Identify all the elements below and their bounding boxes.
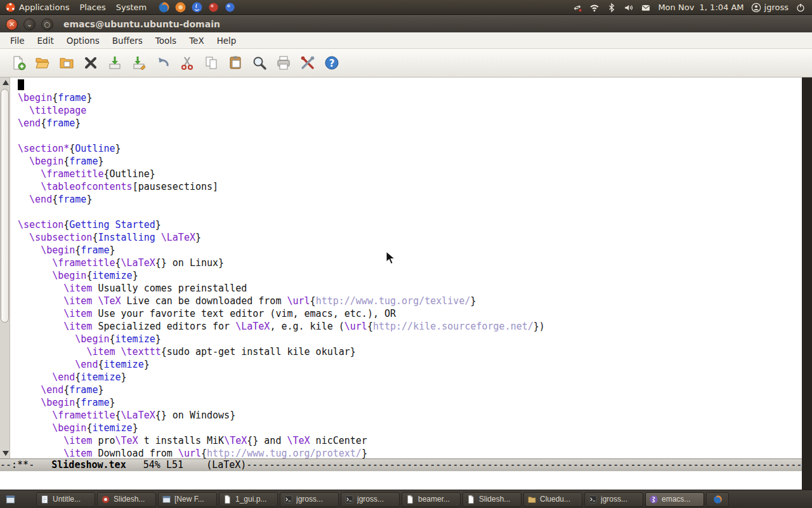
scrollbar-up-arrow[interactable] xyxy=(3,80,9,85)
window-icon xyxy=(162,495,171,504)
code-line: \item Usually comes preinstalled xyxy=(18,282,802,295)
open-folder-button[interactable] xyxy=(32,52,53,74)
search-button[interactable] xyxy=(249,52,270,74)
taskbar-item[interactable]: 1_gui.p... xyxy=(219,492,278,507)
paste-icon xyxy=(228,55,243,70)
taskbar-item[interactable]: Untitle... xyxy=(36,492,95,507)
close-buffer-icon xyxy=(83,55,98,70)
distributor-logo-icon xyxy=(5,2,16,13)
network-icon[interactable] xyxy=(572,3,582,13)
close-button[interactable]: ✕ xyxy=(6,18,18,30)
taskbar-item[interactable]: emacs... xyxy=(645,492,704,507)
code-line: \item Specialized editors for \LaTeX, e.… xyxy=(18,320,802,333)
cut-button[interactable] xyxy=(176,52,197,74)
show-desktop-button[interactable] xyxy=(3,492,18,507)
taskbar-item-label: Cluedu... xyxy=(540,495,570,504)
taskbar-item[interactable]: jgross... xyxy=(341,492,400,507)
page-icon xyxy=(405,495,415,504)
user-menu[interactable]: jgross xyxy=(751,3,789,13)
software-center-icon[interactable] xyxy=(174,1,187,13)
taskbar: Untitle...Slidesh...[New F...1_gui.p...j… xyxy=(0,490,812,508)
paste-button[interactable] xyxy=(225,52,246,74)
power-icon[interactable] xyxy=(796,3,806,13)
taskbar-item-firefox[interactable] xyxy=(706,492,729,507)
wifi-icon[interactable] xyxy=(589,3,599,13)
menu-buffers[interactable]: Buffers xyxy=(106,34,149,48)
code-line: \begin{frame} xyxy=(18,91,802,104)
code-line: \section*{Outline} xyxy=(18,142,802,155)
places-menu-label: Places xyxy=(79,3,105,12)
code-line: \end{frame} xyxy=(18,117,802,130)
svg-text:?: ? xyxy=(329,58,334,69)
taskbar-item[interactable]: Slidesh... xyxy=(462,492,521,507)
window-list: Untitle...Slidesh...[New F...1_gui.p...j… xyxy=(36,492,704,507)
terminal-icon xyxy=(588,495,598,504)
modeline-filename: Slideshow.tex xyxy=(51,459,126,471)
volume-icon[interactable] xyxy=(624,3,634,13)
modeline[interactable]: --:**- Slideshow.tex 54% L51 (LaTeX)----… xyxy=(0,458,802,471)
clock-applet[interactable]: Mon Nov 1, 1:04 AM xyxy=(658,3,743,12)
taskbar-item[interactable]: [New F... xyxy=(158,492,217,507)
code-line: \item pro\TeX t installs MiK\TeX{} and \… xyxy=(18,434,802,447)
panel-launchers xyxy=(158,1,236,13)
window-titlebar[interactable]: ✕ ⌄ ○ emacs@ubuntu.ubuntu-domain xyxy=(0,15,812,32)
places-menu[interactable]: Places xyxy=(74,0,110,15)
menu-tex[interactable]: TeX xyxy=(183,34,211,48)
taskbar-item[interactable]: Slidesh... xyxy=(97,492,156,507)
new-file-button[interactable] xyxy=(8,52,29,74)
menu-file[interactable]: File xyxy=(4,34,31,48)
code-line: \item \TeX Live can be downloaded from \… xyxy=(18,295,802,307)
search-icon xyxy=(252,55,267,70)
taskbar-item[interactable]: Cluedu... xyxy=(523,492,582,507)
code-line xyxy=(18,79,802,91)
java-icon[interactable] xyxy=(191,1,203,13)
maximize-button[interactable]: ○ xyxy=(41,18,53,30)
save-as-button[interactable] xyxy=(128,52,149,74)
terminal-icon xyxy=(344,495,354,504)
echo-area[interactable] xyxy=(0,471,802,490)
taskbar-item[interactable]: jgross... xyxy=(280,492,339,507)
code-line: \section{Getting Started} xyxy=(18,218,802,231)
scrollbar-down-arrow[interactable] xyxy=(3,451,9,456)
code-line: \begin{itemize} xyxy=(18,422,802,434)
mail-icon[interactable] xyxy=(641,3,651,13)
app-blue-icon[interactable] xyxy=(224,1,236,13)
save-button[interactable] xyxy=(104,52,125,74)
menu-help[interactable]: Help xyxy=(211,34,243,48)
menu-edit[interactable]: Edit xyxy=(31,34,60,48)
system-menu[interactable]: System xyxy=(111,0,152,15)
undo-icon xyxy=(155,55,171,70)
editor-frame: \begin{frame} \titlepage\end{frame}\sect… xyxy=(0,77,802,458)
taskbar-item[interactable]: beamer... xyxy=(402,492,461,507)
code-line: \frametitle{\LaTeX{} on Linux} xyxy=(18,257,802,269)
menu-options[interactable]: Options xyxy=(60,34,106,48)
modeline-major-mode: (LaTeX) xyxy=(206,459,246,471)
window-right-edge xyxy=(802,77,812,490)
preferences-button[interactable] xyxy=(297,52,318,74)
code-line: \frametitle{\LaTeX{} on Windows} xyxy=(18,409,802,422)
taskbar-item-label: jgross... xyxy=(357,495,384,504)
print-button[interactable] xyxy=(273,52,294,74)
minimize-button[interactable]: ⌄ xyxy=(23,18,36,30)
bluetooth-icon[interactable] xyxy=(606,3,617,13)
code-line: \begin{frame} xyxy=(18,155,802,168)
scrollbar-thumb[interactable] xyxy=(1,89,9,323)
pdf-icon xyxy=(101,495,110,504)
save-as-icon xyxy=(131,55,147,70)
dired-folder-button[interactable] xyxy=(56,52,77,74)
help-button[interactable]: ? xyxy=(321,52,342,74)
vertical-scrollbar[interactable] xyxy=(0,77,10,458)
close-buffer-button[interactable] xyxy=(80,52,101,74)
undo-button[interactable] xyxy=(152,52,173,74)
applications-menu[interactable]: Applications xyxy=(0,0,74,15)
terminal-icon xyxy=(284,495,293,504)
firefox-icon[interactable] xyxy=(158,1,170,13)
text-editor[interactable]: \begin{frame} \titlepage\end{frame}\sect… xyxy=(11,79,802,458)
code-line: \frametitle{Outline} xyxy=(18,168,802,180)
app-red-icon[interactable] xyxy=(207,1,219,13)
taskbar-item[interactable]: jgross... xyxy=(584,492,643,507)
copy-button[interactable] xyxy=(200,52,221,74)
menu-tools[interactable]: Tools xyxy=(149,34,183,48)
code-line: \subsection{Installing \LaTeX} xyxy=(18,231,802,244)
menubar: FileEditOptionsBuffersToolsTeXHelp xyxy=(0,32,812,49)
